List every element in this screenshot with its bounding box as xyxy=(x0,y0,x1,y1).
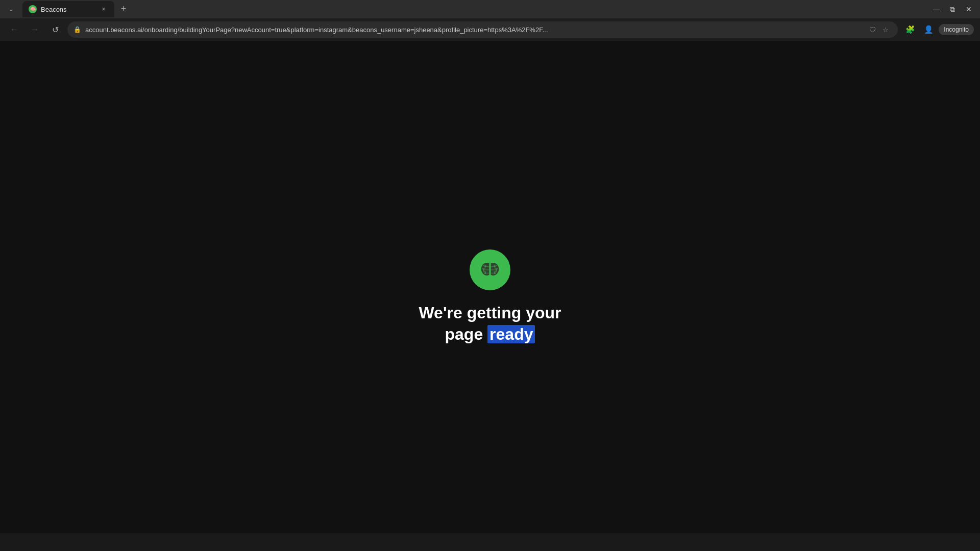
tab-favicon: 🧠 xyxy=(29,5,37,13)
new-tab-button[interactable]: + xyxy=(116,2,131,16)
heading: We're getting your page ready xyxy=(419,303,561,345)
window-controls: — ⧉ ✕ xyxy=(929,2,976,16)
extensions-button[interactable]: 🧩 xyxy=(902,21,918,38)
logo-circle xyxy=(470,249,510,290)
back-button[interactable]: ← xyxy=(6,21,22,38)
tab-bar: 🧠 Beacons × + xyxy=(22,0,927,18)
page-content: We're getting your page ready xyxy=(0,41,980,533)
shield-icon[interactable]: 🛡 xyxy=(866,23,878,36)
profile-button[interactable]: 👤 xyxy=(920,21,937,38)
address-text: account.beacons.ai/onboarding/buildingYo… xyxy=(85,26,862,34)
restore-button[interactable]: ⧉ xyxy=(945,2,960,16)
tab-title: Beacons xyxy=(41,6,95,13)
svg-rect-2 xyxy=(489,263,491,276)
title-bar: ⌄ 🧠 Beacons × + — ⧉ ✕ xyxy=(0,0,980,18)
lock-icon: 🔒 xyxy=(74,26,81,33)
bookmark-icon[interactable]: ☆ xyxy=(879,23,892,36)
forward-button[interactable]: → xyxy=(27,21,43,38)
center-content: We're getting your page ready xyxy=(419,249,561,345)
favicon-icon: 🧠 xyxy=(30,7,36,12)
minimize-button[interactable]: — xyxy=(929,2,943,16)
incognito-badge: Incognito xyxy=(939,24,974,35)
brain-icon xyxy=(477,257,503,283)
browser-chrome: ⌄ 🧠 Beacons × + — ⧉ ✕ ← → ↺ 🔒 account.be… xyxy=(0,0,980,41)
close-button[interactable]: ✕ xyxy=(962,2,976,16)
active-tab[interactable]: 🧠 Beacons × xyxy=(22,1,114,17)
address-bar[interactable]: 🔒 account.beacons.ai/onboarding/building… xyxy=(67,21,898,38)
address-actions: 🛡 ☆ xyxy=(866,23,892,36)
tab-list-button[interactable]: ⌄ xyxy=(4,2,18,16)
heading-line2: page xyxy=(445,325,488,343)
heading-line1: We're getting your xyxy=(419,304,561,322)
heading-highlight: ready xyxy=(487,325,535,343)
browser-actions: 🧩 👤 Incognito xyxy=(902,21,974,38)
tab-close-button[interactable]: × xyxy=(99,5,108,14)
reload-button[interactable]: ↺ xyxy=(47,21,63,38)
navigation-bar: ← → ↺ 🔒 account.beacons.ai/onboarding/bu… xyxy=(0,18,980,41)
